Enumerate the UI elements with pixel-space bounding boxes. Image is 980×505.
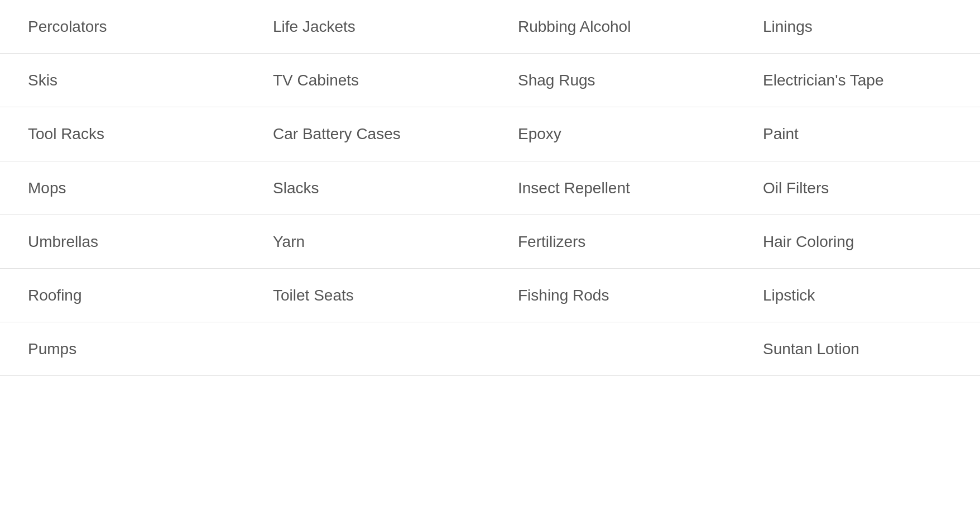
cell-1-3: Electrician's Tape	[735, 54, 980, 107]
table-row: Tool RacksCar Battery CasesEpoxyPaint	[0, 107, 980, 161]
cell-4-0: Umbrellas	[0, 215, 245, 268]
cell-4-2: Fertilizers	[490, 215, 735, 268]
main-container: PercolatorsLife JacketsRubbing AlcoholLi…	[0, 0, 980, 505]
table-row: PumpsSuntan Lotion	[0, 322, 980, 376]
table-row: UmbrellasYarnFertilizersHair Coloring	[0, 215, 980, 268]
cell-1-2: Shag Rugs	[490, 54, 735, 107]
cell-3-2: Insect Repellent	[490, 161, 735, 215]
cell-5-1: Toilet Seats	[245, 268, 490, 322]
cell-6-0: Pumps	[0, 322, 245, 376]
cell-0-3: Linings	[735, 0, 980, 54]
cell-6-2	[490, 322, 735, 376]
cell-0-0: Percolators	[0, 0, 245, 54]
cell-0-1: Life Jackets	[245, 0, 490, 54]
cell-2-0: Tool Racks	[0, 107, 245, 161]
cell-1-0: Skis	[0, 54, 245, 107]
product-table: PercolatorsLife JacketsRubbing AlcoholLi…	[0, 0, 980, 376]
table-row: PercolatorsLife JacketsRubbing AlcoholLi…	[0, 0, 980, 54]
cell-3-0: Mops	[0, 161, 245, 215]
cell-1-1: TV Cabinets	[245, 54, 490, 107]
cell-0-2: Rubbing Alcohol	[490, 0, 735, 54]
cell-4-1: Yarn	[245, 215, 490, 268]
table-row: RoofingToilet SeatsFishing RodsLipstick	[0, 268, 980, 322]
cell-2-3: Paint	[735, 107, 980, 161]
table-row: SkisTV CabinetsShag RugsElectrician's Ta…	[0, 54, 980, 107]
cell-4-3: Hair Coloring	[735, 215, 980, 268]
cell-3-1: Slacks	[245, 161, 490, 215]
cell-5-2: Fishing Rods	[490, 268, 735, 322]
cell-5-0: Roofing	[0, 268, 245, 322]
cell-6-1	[245, 322, 490, 376]
cell-2-1: Car Battery Cases	[245, 107, 490, 161]
table-row: MopsSlacksInsect RepellentOil Filters	[0, 161, 980, 215]
cell-6-3: Suntan Lotion	[735, 322, 980, 376]
cell-3-3: Oil Filters	[735, 161, 980, 215]
cell-5-3: Lipstick	[735, 268, 980, 322]
cell-2-2: Epoxy	[490, 107, 735, 161]
